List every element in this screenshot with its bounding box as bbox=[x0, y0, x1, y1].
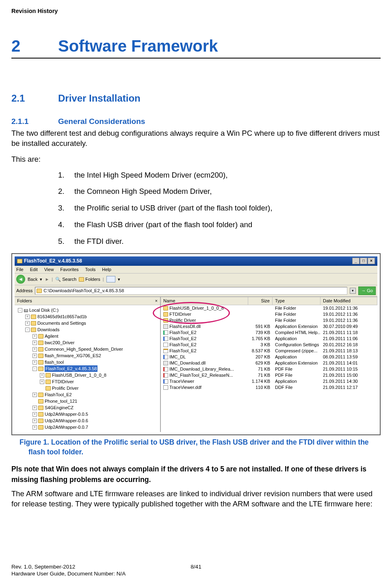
views-icon[interactable] bbox=[106, 276, 115, 282]
menu-file[interactable]: File bbox=[16, 267, 24, 273]
list-number: 2. bbox=[58, 187, 74, 197]
file-name: IMC_FlashTool_E2_ReleaseN... bbox=[169, 372, 233, 378]
file-row[interactable]: FlashTool_E21.765 KBApplication21.09.201… bbox=[161, 336, 377, 342]
expander-icon[interactable]: - bbox=[18, 308, 22, 313]
file-row[interactable]: FlashLessDll.dll591 KBApplication Extens… bbox=[161, 323, 377, 330]
menu-tools[interactable]: Tools bbox=[85, 267, 96, 273]
tree-item[interactable]: +Udp2AtWrapper-0.0.6 bbox=[18, 417, 159, 424]
close-icon[interactable]: × bbox=[368, 258, 375, 264]
expander-icon[interactable]: + bbox=[32, 347, 37, 352]
tree-item[interactable]: +Comneon_High_Speed_Modem_Driver bbox=[18, 346, 159, 352]
list-item: 2.the Comneon High Speed Modem Driver, bbox=[58, 187, 381, 197]
menu-help[interactable]: Help bbox=[102, 267, 111, 273]
back-icon[interactable]: ◄ bbox=[16, 275, 25, 284]
tree-item[interactable]: +Udp2AtWrapper-0.0.7 bbox=[18, 424, 159, 430]
file-type: Application bbox=[273, 378, 321, 384]
expander-icon[interactable]: - bbox=[25, 328, 30, 332]
folder-icon bbox=[37, 289, 42, 293]
file-row[interactable]: FlashTool_E28.537 KBCompressed (zippe...… bbox=[161, 348, 377, 354]
expander-icon[interactable]: + bbox=[25, 321, 30, 326]
file-name-cell: IMC_Download.dll bbox=[161, 360, 248, 366]
column-type[interactable]: Type bbox=[273, 297, 321, 305]
folder-icon bbox=[38, 347, 43, 352]
file-row[interactable]: FlashTool_E23 KBConfiguration Settings20… bbox=[161, 342, 377, 348]
footer-revision: Rev. 1.0, September-2012 bbox=[11, 563, 191, 571]
search-button[interactable]: 🔍Search bbox=[55, 276, 76, 282]
chapter-heading: 2 Software Framework bbox=[11, 35, 381, 59]
folders-pane-close-icon[interactable]: × bbox=[155, 298, 158, 304]
expander-icon[interactable]: + bbox=[32, 406, 37, 410]
back-dropdown-icon[interactable]: ▾ bbox=[40, 276, 42, 282]
tree-label: FlashUSB_Driver_1_0_0_8 bbox=[52, 372, 106, 378]
file-name-cell: FlashUSB_Driver_1_0_0_8 bbox=[161, 305, 248, 311]
expander-icon[interactable]: + bbox=[32, 419, 37, 423]
folder-icon bbox=[45, 386, 51, 391]
tree-item[interactable]: Prolific Driver bbox=[18, 385, 159, 391]
expander-icon[interactable]: + bbox=[32, 341, 37, 345]
file-row[interactable]: FlashTool_E2739 KBCompiled HTML Help...2… bbox=[161, 330, 377, 336]
subsection-title: General Considerations bbox=[58, 116, 145, 127]
tree-item[interactable]: +S4GEngineCZ bbox=[18, 404, 159, 411]
tree-item[interactable]: - 🖴 Local Disk (C:) bbox=[18, 307, 159, 313]
menu-edit[interactable]: Edit bbox=[30, 267, 38, 273]
tree-item[interactable]: +Agilent bbox=[18, 333, 159, 339]
file-row[interactable]: IMC_Download_Library_Relea...71 KBPDF Fi… bbox=[161, 366, 377, 372]
file-row[interactable]: FTDIDriverFile Folder19.01.2012 11:36 bbox=[161, 311, 377, 317]
tree-item[interactable]: +flash_firmware_XG706_ES2 bbox=[18, 352, 159, 359]
expander-icon[interactable]: + bbox=[32, 425, 37, 430]
file-date: 20.01.2012 16:18 bbox=[321, 342, 377, 348]
expander-icon[interactable]: + bbox=[32, 412, 37, 417]
expander-icon[interactable]: + bbox=[40, 380, 44, 384]
file-row[interactable]: IMC_DL207 KBApplication08.09.2011 13:59 bbox=[161, 354, 377, 360]
tree-item[interactable]: +bwc200_Driver bbox=[18, 339, 159, 346]
expander-icon[interactable]: + bbox=[32, 360, 37, 365]
expander-icon[interactable]: + bbox=[32, 354, 37, 358]
tree-item[interactable]: -Downloads bbox=[18, 326, 159, 333]
file-name-cell: FlashTool_E2 bbox=[161, 336, 248, 342]
folder-icon bbox=[38, 393, 43, 397]
file-row[interactable]: TraceViewer1.174 KBApplication21.09.2011… bbox=[161, 378, 377, 384]
expander-icon[interactable]: - bbox=[32, 367, 37, 371]
column-size[interactable]: Size bbox=[248, 297, 273, 305]
menu-favorites[interactable]: Favorites bbox=[60, 267, 78, 273]
tree-label: bwc200_Driver bbox=[45, 339, 74, 346]
views-dropdown-icon[interactable]: ▾ bbox=[118, 276, 120, 282]
tree-item[interactable]: +FlashUSB_Driver_1_0_0_8 bbox=[18, 372, 159, 378]
expander-icon[interactable]: + bbox=[32, 334, 37, 339]
folders-button[interactable]: Folders bbox=[79, 276, 100, 282]
address-field[interactable]: C:\Downloads\FlashTool_E2_v.4.85.3.58 bbox=[35, 287, 347, 295]
file-row[interactable]: Prolific DriverFile Folder19.01.2012 11:… bbox=[161, 317, 377, 323]
expander-icon[interactable]: + bbox=[32, 393, 37, 397]
column-name[interactable]: Name bbox=[161, 297, 248, 305]
file-name-cell: Prolific Driver bbox=[161, 317, 248, 323]
section-heading: 2.1 Driver Installation bbox=[11, 92, 381, 105]
minimize-icon[interactable]: _ bbox=[352, 258, 360, 264]
tree-item[interactable]: +FTDIDriver bbox=[18, 378, 159, 385]
column-date[interactable]: Date Modified bbox=[321, 297, 377, 305]
pdf-icon bbox=[163, 373, 168, 378]
menu-view[interactable]: View bbox=[44, 267, 54, 273]
file-date: 30.07.2010 09:49 bbox=[321, 323, 377, 330]
go-button[interactable]: → Go bbox=[358, 287, 376, 295]
maximize-icon[interactable]: □ bbox=[360, 258, 367, 264]
tree-item[interactable]: -FlashTool_E2_v.4.85.3.58 bbox=[18, 365, 159, 372]
address-path: C:\Downloads\FlashTool_E2_v.4.85.3.58 bbox=[43, 288, 124, 294]
menu-bar: File Edit View Favorites Tools Help bbox=[15, 266, 377, 274]
file-row[interactable]: FlashUSB_Driver_1_0_0_8File Folder19.01.… bbox=[161, 305, 377, 311]
expander-icon[interactable]: + bbox=[25, 315, 30, 319]
file-name: TraceViewer.ddf bbox=[169, 384, 201, 391]
back-label[interactable]: Back bbox=[28, 276, 37, 282]
tree-item[interactable]: +Documents and Settings bbox=[18, 320, 159, 326]
file-row[interactable]: IMC_Download.dll629 KBApplication Extens… bbox=[161, 360, 377, 366]
tree-item[interactable]: Phone_tool_121 bbox=[18, 398, 159, 404]
tree-label: Downloads bbox=[37, 326, 59, 333]
file-row[interactable]: IMC_FlashTool_E2_ReleaseN...71 KBPDF Fil… bbox=[161, 372, 377, 378]
address-dropdown-icon[interactable]: ▾ bbox=[350, 288, 356, 294]
tree-item[interactable]: +FlashTool_E2 bbox=[18, 391, 159, 398]
expander-icon[interactable]: + bbox=[40, 373, 44, 378]
tree-item[interactable]: +Udp2AtWrapper-0.0.5 bbox=[18, 411, 159, 417]
tree-item[interactable]: +flash_tool bbox=[18, 359, 159, 365]
tree-item[interactable]: +8163465d9d1c8657ad1b bbox=[18, 313, 159, 320]
file-row[interactable]: TraceViewer.ddf110 KBDDF File21.09.2011 … bbox=[161, 384, 377, 391]
tree-label: Udp2AtWrapper-0.0.7 bbox=[45, 424, 88, 430]
